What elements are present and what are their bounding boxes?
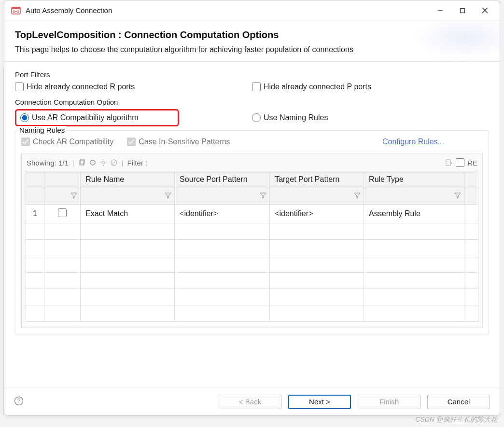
back-button[interactable]: < Back (219, 395, 281, 409)
export-icon[interactable] (445, 159, 453, 166)
checkbox-case-insensitive: Case In-Sensitive Patterns (127, 138, 230, 146)
cell-check[interactable] (44, 205, 80, 223)
re-label: RE (467, 159, 477, 167)
toolbar-sep-1: | (72, 159, 74, 167)
copy-icon[interactable] (78, 159, 86, 166)
page-title: TopLevelComposition : Connection Computa… (15, 29, 489, 41)
table-body: 1 Exact Match <identifier> <identifier> … (26, 205, 478, 322)
radio-use-naming-rules-label: Use Naming Rules (264, 113, 328, 122)
radio-use-ar-compat[interactable]: Use AR Compatibility algorithm (15, 109, 179, 126)
filter-cell-type[interactable] (364, 188, 464, 205)
svg-point-11 (102, 161, 105, 164)
header: TopLevelComposition : Connection Computa… (4, 21, 500, 62)
minimize-button[interactable] (429, 3, 451, 18)
funnel-icon[interactable] (354, 192, 361, 201)
col-header-rulename[interactable]: Rule Name (81, 171, 175, 188)
col-header-source[interactable]: Source Port Pattern (175, 171, 270, 188)
group-naming-rules: Naming Rules Check AR Compatibility Case… (15, 130, 489, 334)
table-row-empty (26, 305, 478, 322)
showing-label: Showing: 1/1 (27, 159, 69, 167)
port-filters-legend: Port Filters (15, 70, 489, 79)
checkbox-case-insensitive-input (127, 138, 136, 146)
table-row-empty (26, 223, 478, 240)
rules-table-panel: Showing: 1/1 | | Filter : RE (21, 153, 483, 328)
col-header-end (464, 171, 478, 188)
close-button[interactable] (474, 3, 496, 18)
svg-text:?: ? (17, 398, 21, 404)
window-title: Auto Assembly Connection (26, 6, 429, 14)
cell-source[interactable]: <identifier> (175, 205, 270, 223)
gear-icon[interactable] (99, 159, 107, 166)
configure-rules-link[interactable]: Configure Rules... (382, 138, 444, 146)
checkbox-check-ar-compat-label: Check AR Compatibility (33, 138, 113, 146)
filter-cell-name[interactable] (81, 188, 175, 205)
no-filter-icon[interactable] (110, 159, 118, 166)
table-toolbar: Showing: 1/1 | | Filter : RE (26, 156, 478, 171)
radio-use-ar-compat-label: Use AR Compatibility algorithm (32, 113, 139, 122)
wizard-footer: ? < Back Next > Finish Cancel (4, 387, 500, 415)
funnel-icon[interactable] (165, 192, 171, 201)
table-filter-row (26, 188, 478, 205)
svg-rect-6 (461, 8, 465, 13)
col-header-num[interactable] (26, 171, 44, 188)
svg-rect-18 (446, 160, 450, 165)
maximize-button[interactable] (451, 3, 474, 18)
group-connection-computation: Connection Computation Option Use AR Com… (15, 98, 489, 129)
checkbox-hide-p-ports-input[interactable] (252, 83, 261, 91)
table-row-empty (26, 256, 478, 273)
filter-cell-target[interactable] (270, 188, 364, 205)
table-row-empty (26, 240, 478, 256)
filter-input[interactable] (150, 159, 442, 167)
radio-use-naming-rules[interactable]: Use Naming Rules (252, 109, 489, 126)
checkbox-check-ar-compat-input (21, 138, 30, 146)
cell-target[interactable]: <identifier> (270, 205, 364, 223)
funnel-icon[interactable] (454, 192, 461, 201)
checkbox-hide-r-ports-label: Hide already connected R ports (27, 83, 135, 91)
svg-line-17 (112, 160, 116, 165)
checkbox-hide-p-ports[interactable]: Hide already connected P ports (252, 83, 489, 91)
group-port-filters: Port Filters Hide already connected R po… (15, 70, 489, 96)
checkbox-hide-r-ports[interactable]: Hide already connected R ports (15, 83, 252, 91)
finish-button[interactable]: Finish (358, 395, 420, 409)
filter-label: Filter : (127, 159, 148, 167)
dialog-window: Auto Assembly Connection TopLevelComposi… (4, 0, 500, 416)
titlebar: Auto Assembly Connection (4, 0, 500, 21)
funnel-icon[interactable] (70, 192, 77, 201)
radio-use-ar-compat-input[interactable] (20, 113, 29, 122)
toolbar-sep-2: | (122, 159, 124, 167)
app-icon (11, 6, 21, 15)
computation-option-legend: Connection Computation Option (15, 98, 489, 106)
col-header-check[interactable] (44, 171, 80, 188)
col-header-type[interactable]: Rule Type (364, 171, 464, 188)
cell-num: 1 (26, 205, 44, 223)
checkbox-check-ar-compat: Check AR Compatibility (21, 138, 113, 146)
rules-table: Rule Name Source Port Pattern Target Por… (26, 171, 478, 322)
table-header-row: Rule Name Source Port Pattern Target Por… (26, 171, 478, 188)
re-checkbox[interactable] (456, 158, 464, 167)
funnel-icon[interactable] (260, 192, 266, 201)
next-button[interactable]: Next > (288, 395, 351, 409)
dialog-body: Port Filters Hide already connected R po… (4, 62, 500, 387)
background-panel-fragment (0, 68, 4, 415)
watermark: CSDN @疯狂生长的陈大花 (415, 415, 497, 424)
page-subtitle: This page helps to choose the computatio… (15, 45, 489, 54)
col-header-target[interactable]: Target Port Pattern (270, 171, 364, 188)
checkbox-hide-p-ports-label: Hide already connected P ports (264, 83, 371, 91)
filter-cell-check[interactable] (44, 188, 80, 205)
row-checkbox[interactable] (58, 208, 67, 217)
table-row-empty (26, 273, 478, 289)
cell-type[interactable]: Assembly Rule (364, 205, 464, 223)
filter-cell-source[interactable] (175, 188, 270, 205)
radio-use-naming-rules-input[interactable] (252, 113, 261, 122)
checkbox-hide-r-ports-input[interactable] (15, 83, 24, 91)
table-row-empty (26, 289, 478, 305)
help-icon[interactable]: ? (14, 396, 24, 408)
checkbox-case-insensitive-label: Case In-Sensitive Patterns (139, 138, 230, 146)
table-row[interactable]: 1 Exact Match <identifier> <identifier> … (26, 205, 478, 223)
cancel-button[interactable]: Cancel (427, 395, 490, 409)
naming-rules-legend: Naming Rules (17, 126, 67, 134)
cell-rulename[interactable]: Exact Match (81, 205, 175, 223)
refresh-icon[interactable] (89, 159, 97, 166)
svg-rect-1 (12, 7, 20, 9)
